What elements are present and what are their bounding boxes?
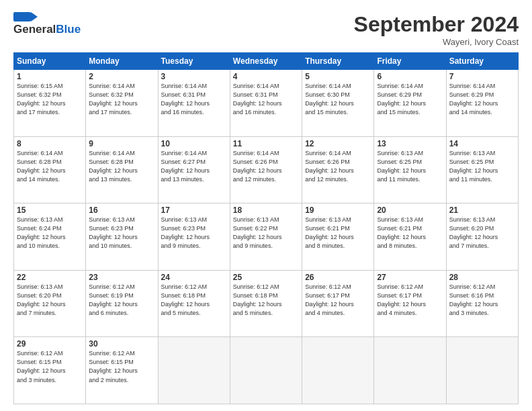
- day-info: Sunrise: 6:13 AM Sunset: 6:21 PM Dayligh…: [377, 216, 443, 250]
- day-number: 26: [305, 273, 371, 282]
- table-row: 30Sunrise: 6:12 AM Sunset: 6:15 PM Dayli…: [86, 337, 158, 404]
- day-info: Sunrise: 6:12 AM Sunset: 6:18 PM Dayligh…: [233, 283, 299, 318]
- logo-icon: [13, 12, 38, 21]
- day-number: 6: [377, 72, 443, 81]
- table-row: 24Sunrise: 6:12 AM Sunset: 6:18 PM Dayli…: [158, 270, 230, 337]
- day-number: 8: [17, 139, 83, 148]
- day-number: 5: [305, 72, 371, 81]
- table-row: 20Sunrise: 6:13 AM Sunset: 6:21 PM Dayli…: [374, 203, 446, 271]
- table-row: 12Sunrise: 6:14 AM Sunset: 6:26 PM Dayli…: [302, 136, 374, 203]
- day-number: 4: [233, 72, 299, 81]
- day-number: 9: [89, 139, 154, 148]
- table-row: 13Sunrise: 6:13 AM Sunset: 6:25 PM Dayli…: [374, 136, 446, 203]
- svg-rect-0: [13, 12, 31, 21]
- svg-marker-1: [31, 12, 38, 21]
- day-info: Sunrise: 6:12 AM Sunset: 6:16 PM Dayligh…: [449, 283, 515, 318]
- col-saturday: Saturday: [446, 53, 518, 70]
- table-row: 23Sunrise: 6:12 AM Sunset: 6:19 PM Dayli…: [86, 270, 158, 337]
- table-row: 29Sunrise: 6:12 AM Sunset: 6:15 PM Dayli…: [14, 337, 86, 404]
- day-info: Sunrise: 6:13 AM Sunset: 6:23 PM Dayligh…: [161, 216, 227, 250]
- day-number: 23: [89, 273, 154, 282]
- day-number: 30: [89, 339, 154, 349]
- table-row: 15Sunrise: 6:13 AM Sunset: 6:24 PM Dayli…: [14, 203, 86, 271]
- table-row: 8Sunrise: 6:14 AM Sunset: 6:28 PM Daylig…: [14, 136, 86, 203]
- day-info: Sunrise: 6:14 AM Sunset: 6:29 PM Dayligh…: [377, 82, 443, 117]
- table-row: 2Sunrise: 6:14 AM Sunset: 6:32 PM Daylig…: [86, 70, 158, 137]
- header: General Blue September 2024 Wayeri, Ivor…: [13, 12, 519, 47]
- day-info: Sunrise: 6:12 AM Sunset: 6:15 PM Dayligh…: [89, 349, 154, 384]
- day-number: 19: [305, 205, 371, 215]
- table-row: 9Sunrise: 6:14 AM Sunset: 6:28 PM Daylig…: [86, 136, 158, 203]
- table-row: 10Sunrise: 6:14 AM Sunset: 6:27 PM Dayli…: [158, 136, 230, 203]
- day-info: Sunrise: 6:13 AM Sunset: 6:25 PM Dayligh…: [449, 149, 515, 184]
- table-row: 18Sunrise: 6:13 AM Sunset: 6:22 PM Dayli…: [230, 203, 302, 271]
- table-row: 17Sunrise: 6:13 AM Sunset: 6:23 PM Dayli…: [158, 203, 230, 271]
- day-info: Sunrise: 6:14 AM Sunset: 6:32 PM Dayligh…: [89, 82, 154, 117]
- table-row: [446, 337, 518, 404]
- table-row: 14Sunrise: 6:13 AM Sunset: 6:25 PM Dayli…: [446, 136, 518, 203]
- day-info: Sunrise: 6:14 AM Sunset: 6:26 PM Dayligh…: [233, 149, 299, 184]
- day-info: Sunrise: 6:13 AM Sunset: 6:20 PM Dayligh…: [17, 283, 83, 318]
- table-row: 6Sunrise: 6:14 AM Sunset: 6:29 PM Daylig…: [374, 70, 446, 137]
- day-number: 17: [161, 205, 227, 215]
- day-info: Sunrise: 6:12 AM Sunset: 6:17 PM Dayligh…: [377, 283, 443, 318]
- table-row: 28Sunrise: 6:12 AM Sunset: 6:16 PM Dayli…: [446, 270, 518, 337]
- day-number: 11: [233, 139, 299, 148]
- table-row: 21Sunrise: 6:13 AM Sunset: 6:20 PM Dayli…: [446, 203, 518, 271]
- col-tuesday: Tuesday: [158, 53, 230, 70]
- day-number: 29: [17, 339, 83, 349]
- day-info: Sunrise: 6:14 AM Sunset: 6:31 PM Dayligh…: [161, 82, 227, 117]
- table-row: 11Sunrise: 6:14 AM Sunset: 6:26 PM Dayli…: [230, 136, 302, 203]
- day-number: 20: [377, 205, 443, 215]
- day-info: Sunrise: 6:12 AM Sunset: 6:19 PM Dayligh…: [89, 283, 154, 318]
- col-wednesday: Wednesday: [230, 53, 302, 70]
- calendar-week-row: 1Sunrise: 6:15 AM Sunset: 6:32 PM Daylig…: [14, 70, 519, 137]
- day-number: 21: [449, 205, 515, 215]
- day-info: Sunrise: 6:14 AM Sunset: 6:31 PM Dayligh…: [233, 82, 299, 117]
- day-number: 25: [233, 273, 299, 282]
- day-info: Sunrise: 6:14 AM Sunset: 6:28 PM Dayligh…: [17, 149, 83, 184]
- day-info: Sunrise: 6:14 AM Sunset: 6:26 PM Dayligh…: [305, 149, 371, 184]
- calendar-week-row: 8Sunrise: 6:14 AM Sunset: 6:28 PM Daylig…: [14, 136, 519, 203]
- col-sunday: Sunday: [14, 53, 86, 70]
- day-info: Sunrise: 6:13 AM Sunset: 6:23 PM Dayligh…: [89, 216, 154, 250]
- day-number: 15: [17, 205, 83, 215]
- col-thursday: Thursday: [302, 53, 374, 70]
- day-info: Sunrise: 6:12 AM Sunset: 6:17 PM Dayligh…: [305, 283, 371, 318]
- table-row: 27Sunrise: 6:12 AM Sunset: 6:17 PM Dayli…: [374, 270, 446, 337]
- table-row: 26Sunrise: 6:12 AM Sunset: 6:17 PM Dayli…: [302, 270, 374, 337]
- day-number: 13: [377, 139, 443, 148]
- day-number: 27: [377, 273, 443, 282]
- page: General Blue September 2024 Wayeri, Ivor…: [0, 0, 532, 411]
- table-row: 4Sunrise: 6:14 AM Sunset: 6:31 PM Daylig…: [230, 70, 302, 137]
- location: Wayeri, Ivory Coast: [354, 37, 519, 47]
- day-number: 3: [161, 72, 227, 81]
- day-number: 10: [161, 139, 227, 148]
- calendar-header-row: Sunday Monday Tuesday Wednesday Thursday…: [14, 53, 519, 70]
- title-block: September 2024 Wayeri, Ivory Coast: [354, 12, 519, 47]
- day-info: Sunrise: 6:14 AM Sunset: 6:30 PM Dayligh…: [305, 82, 371, 117]
- day-number: 18: [233, 205, 299, 215]
- day-info: Sunrise: 6:13 AM Sunset: 6:25 PM Dayligh…: [377, 149, 443, 184]
- day-info: Sunrise: 6:13 AM Sunset: 6:21 PM Dayligh…: [305, 216, 371, 250]
- day-number: 14: [449, 139, 515, 148]
- day-info: Sunrise: 6:15 AM Sunset: 6:32 PM Dayligh…: [17, 82, 83, 117]
- table-row: [374, 337, 446, 404]
- table-row: [302, 337, 374, 404]
- table-row: 25Sunrise: 6:12 AM Sunset: 6:18 PM Dayli…: [230, 270, 302, 337]
- logo-text-blue: Blue: [56, 23, 81, 36]
- day-info: Sunrise: 6:14 AM Sunset: 6:28 PM Dayligh…: [89, 149, 154, 184]
- table-row: 3Sunrise: 6:14 AM Sunset: 6:31 PM Daylig…: [158, 70, 230, 137]
- logo-text-general: General: [13, 23, 56, 36]
- table-row: 19Sunrise: 6:13 AM Sunset: 6:21 PM Dayli…: [302, 203, 374, 271]
- day-number: 2: [89, 72, 154, 81]
- day-info: Sunrise: 6:13 AM Sunset: 6:24 PM Dayligh…: [17, 216, 83, 250]
- table-row: 1Sunrise: 6:15 AM Sunset: 6:32 PM Daylig…: [14, 70, 86, 137]
- day-number: 1: [17, 72, 83, 81]
- calendar-week-row: 29Sunrise: 6:12 AM Sunset: 6:15 PM Dayli…: [14, 337, 519, 404]
- logo: General Blue: [13, 12, 81, 36]
- col-friday: Friday: [374, 53, 446, 70]
- day-number: 12: [305, 139, 371, 148]
- table-row: 16Sunrise: 6:13 AM Sunset: 6:23 PM Dayli…: [86, 203, 158, 271]
- day-number: 7: [449, 72, 515, 81]
